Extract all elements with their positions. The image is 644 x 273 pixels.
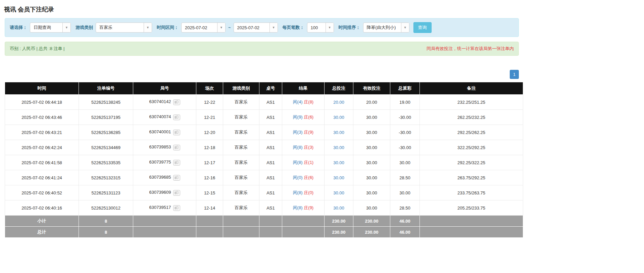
date-from-select[interactable]: 2025-07-02 ▼ — [181, 22, 226, 33]
round-replay-icon[interactable] — [173, 115, 180, 120]
round-replay-icon[interactable] — [173, 130, 180, 135]
cell-game-type: 百家乐 — [223, 170, 259, 185]
cell-bet-id: 522625132315 — [79, 170, 133, 185]
result-banker: 庄(9) — [304, 205, 313, 210]
footer-empty — [223, 227, 259, 238]
page: 视讯 会员下注纪录 请选择： 日期查询 ▼ 游戏类别 百家乐 ▼ 时间区间： 2… — [0, 0, 524, 240]
cell-note: 262.25/232.25 — [420, 110, 523, 125]
chevron-down-icon[interactable]: ▼ — [269, 23, 278, 32]
page-size-select[interactable]: 100 ▼ — [307, 22, 334, 33]
page-button-1[interactable]: 1 — [510, 70, 519, 79]
sort-order-label: 时间排序： — [339, 25, 360, 31]
cell-table-no: AS1 — [259, 200, 282, 216]
chevron-down-icon[interactable]: ▼ — [144, 23, 152, 32]
column-header: 场次 — [196, 82, 223, 95]
result-player: 闲(9) — [293, 115, 303, 120]
query-type-value: 日期查询 — [30, 23, 62, 32]
cell-round: 630739517 — [133, 200, 196, 216]
cell-table-no: AS1 — [259, 155, 282, 170]
total-bet-link[interactable]: 30.00 — [333, 206, 344, 211]
table-header-row: 时间注单编号局号场次游戏类别桌号结果总投注有效投注总派彩备注 — [5, 82, 523, 95]
page-size-value: 100 — [307, 23, 326, 32]
column-header: 总投注 — [325, 82, 353, 95]
table-footer-row: 总计8230.00230.0046.00 — [5, 227, 523, 238]
cell-payout: -30.00 — [390, 110, 420, 125]
table-row: 2025-07-02 06:40:52522625131123630739609… — [5, 185, 523, 200]
round-replay-icon[interactable] — [173, 145, 180, 150]
round-replay-icon[interactable] — [173, 175, 180, 181]
chevron-down-icon[interactable]: ▼ — [62, 23, 70, 32]
date-to-select[interactable]: 2025-07-02 ▼ — [234, 22, 278, 33]
cell-session: 12-20 — [196, 125, 223, 140]
search-button[interactable]: 查询 — [413, 22, 432, 33]
table-row: 2025-07-02 06:41:58522625133535630739775… — [5, 155, 523, 170]
total-bet-link[interactable]: 30.00 — [333, 175, 344, 180]
cell-valid-bet: 30.00 — [353, 110, 390, 125]
cell-table-no: AS1 — [259, 140, 282, 155]
table-row: 2025-07-02 06:43:21522625136285630740001… — [5, 125, 523, 140]
pagination: 1 — [5, 70, 519, 79]
cell-bet-id: 522625133535 — [79, 155, 133, 170]
cell-total-bet: 30.00 — [325, 140, 353, 155]
cell-session: 12-16 — [196, 170, 223, 185]
chevron-down-icon[interactable]: ▼ — [217, 23, 225, 32]
column-header: 备注 — [420, 82, 523, 95]
round-number: 630740001 — [149, 129, 171, 134]
footer-empty — [223, 216, 259, 227]
result-banker: 庄(6) — [304, 175, 313, 180]
date-range-label: 时间区间： — [157, 25, 179, 31]
table-row: 2025-07-02 06:40:16522625130012630739517… — [5, 200, 523, 216]
total-bet-link[interactable]: 30.00 — [333, 145, 344, 150]
query-type-select[interactable]: 日期查询 ▼ — [30, 22, 71, 33]
footer-empty — [420, 227, 523, 238]
valid-bet-notice: 同局有效投注，统一计算在该局第一张注单内 — [427, 46, 514, 52]
chevron-down-icon[interactable]: ▼ — [326, 23, 334, 32]
game-type-select[interactable]: 百家乐 ▼ — [96, 22, 152, 33]
result-player: 闲(8) — [293, 205, 303, 210]
cell-total-bet: 30.00 — [325, 170, 353, 185]
game-type-label: 游戏类别 — [76, 25, 93, 31]
cell-note: 232.25/251.25 — [420, 95, 523, 110]
cell-game-type: 百家乐 — [223, 110, 259, 125]
total-bet-link[interactable]: 30.00 — [333, 160, 344, 165]
cell-time: 2025-07-02 06:41:24 — [5, 170, 79, 185]
cell-result: 闲(0) 庄(6) — [282, 170, 325, 185]
column-header: 桌号 — [259, 82, 282, 95]
round-replay-icon[interactable] — [173, 99, 180, 105]
result-banker: 庄(8) — [304, 99, 313, 104]
round-replay-icon[interactable] — [173, 205, 180, 211]
cell-bet-id: 522625137195 — [79, 110, 133, 125]
date-from-value: 2025-07-02 — [182, 23, 217, 32]
total-bet-link[interactable]: 30.00 — [333, 115, 344, 120]
game-type-value: 百家乐 — [96, 23, 144, 32]
bet-records-table: 时间注单编号局号场次游戏类别桌号结果总投注有效投注总派彩备注 2025-07-0… — [5, 82, 523, 238]
cell-result: 闲(8) 庄(3) — [282, 140, 325, 155]
chevron-down-icon[interactable]: ▼ — [401, 23, 409, 32]
cell-payout: 28.50 — [390, 170, 420, 185]
cell-round: 630739775 — [133, 155, 196, 170]
cell-total-bet: 30.00 — [325, 125, 353, 140]
cell-bet-id: 522625138245 — [79, 95, 133, 110]
round-replay-icon[interactable] — [173, 160, 180, 166]
cell-session: 12-14 — [196, 200, 223, 216]
round-number: 630739685 — [149, 175, 171, 180]
round-number: 630739853 — [149, 144, 171, 149]
total-bet-link[interactable]: 20.00 — [333, 100, 344, 105]
round-replay-icon[interactable] — [173, 190, 180, 196]
cell-result: 闲(8) 庄(9) — [282, 200, 325, 216]
cell-time: 2025-07-02 06:40:52 — [5, 185, 79, 200]
cell-time: 2025-07-02 06:40:16 — [5, 200, 79, 216]
cell-payout: 28.50 — [390, 200, 420, 216]
sort-order-select[interactable]: 降幂(由大到小) ▼ — [363, 22, 409, 33]
cell-bet-id: 522625136285 — [79, 125, 133, 140]
result-player: 闲(4) — [293, 99, 303, 104]
footer-total-bet: 230.00 — [325, 216, 353, 227]
total-bet-link[interactable]: 30.00 — [333, 130, 344, 135]
result-player: 闲(8) — [293, 145, 303, 150]
total-bet-link[interactable]: 30.00 — [333, 190, 344, 195]
footer-empty — [259, 227, 282, 238]
cell-result: 闲(8) 庄(0) — [282, 185, 325, 200]
summary-bar: 币别 : 人民币 | 总共 :8 注单 | 同局有效投注，统一计算在该局第一张注… — [5, 42, 519, 56]
cell-game-type: 百家乐 — [223, 155, 259, 170]
footer-total-bet: 230.00 — [325, 227, 353, 238]
